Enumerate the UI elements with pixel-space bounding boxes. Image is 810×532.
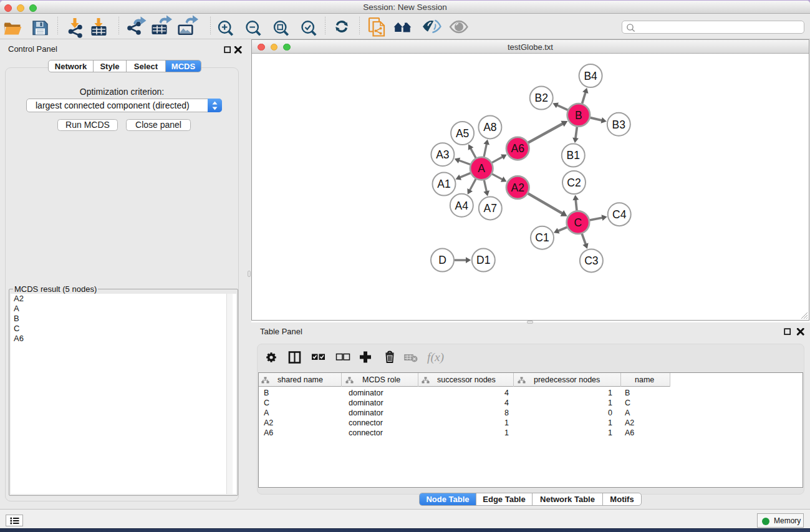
svg-text:A2: A2 <box>511 181 524 194</box>
svg-text:A4: A4 <box>455 200 469 212</box>
svg-text:B: B <box>575 109 582 122</box>
svg-text:B1: B1 <box>567 149 580 162</box>
svg-text:A: A <box>478 162 485 175</box>
svg-text:C1: C1 <box>535 231 549 244</box>
svg-text:f(x): f(x) <box>427 351 444 364</box>
svg-text:C: C <box>574 216 582 229</box>
svg-text:A6: A6 <box>511 142 524 155</box>
svg-text:A8: A8 <box>483 121 496 133</box>
svg-text:C3: C3 <box>584 254 598 267</box>
svg-text:A3: A3 <box>436 148 449 161</box>
svg-text:B3: B3 <box>612 118 625 131</box>
svg-text:B2: B2 <box>534 92 547 104</box>
svg-text:C4: C4 <box>612 208 627 221</box>
svg-text:A7: A7 <box>484 202 497 215</box>
svg-text:B4: B4 <box>584 70 597 82</box>
svg-text:A5: A5 <box>456 127 469 140</box>
svg-text:A1: A1 <box>437 178 450 190</box>
svg-text:D: D <box>438 254 446 266</box>
svg-text:C2: C2 <box>567 177 581 189</box>
svg-text:D1: D1 <box>476 254 490 266</box>
